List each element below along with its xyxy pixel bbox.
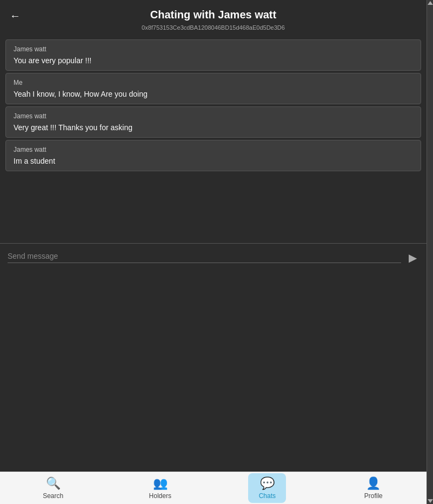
scrollbar-down-arrow[interactable]: [428, 499, 433, 503]
message-bubble: James wattIm a student: [5, 140, 421, 171]
send-message-input[interactable]: [8, 252, 401, 263]
chat-title: Chating with James watt: [11, 9, 416, 21]
send-button[interactable]: ▶: [407, 249, 419, 266]
page-wrapper: ← Chating with James watt 0x8f753153Ce3c…: [0, 0, 433, 504]
message-bubble: MeYeah I know, I know, How Are you doing: [5, 73, 421, 104]
bottom-nav: 🔍Search👥Holders💬Chats👤Profile: [0, 472, 427, 504]
chat-filler: [0, 272, 427, 472]
profile-icon: 👤: [366, 476, 381, 490]
message-bubble: James wattVery great !!! Thanks you for …: [5, 106, 421, 138]
holders-label: Holders: [149, 492, 171, 500]
back-button[interactable]: ←: [5, 8, 25, 24]
message-sender: Me: [14, 79, 413, 86]
main-container: ← Chating with James watt 0x8f753153Ce3c…: [0, 0, 427, 504]
message-sender: James watt: [14, 45, 413, 53]
nav-item-chats[interactable]: 💬Chats: [248, 473, 286, 503]
search-icon: 🔍: [46, 476, 61, 490]
message-text: Yeah I know, I know, How Are you doing: [14, 90, 413, 98]
message-text: Im a student: [14, 157, 413, 165]
message-text: Very great !!! Thanks you for asking: [14, 123, 413, 132]
message-text: You are very popular !!!: [14, 56, 413, 65]
header: ← Chating with James watt 0x8f753153Ce3c…: [0, 0, 427, 36]
message-bubble: James wattYou are very popular !!!: [5, 39, 421, 71]
chats-icon: 💬: [260, 476, 275, 490]
nav-item-profile[interactable]: 👤Profile: [355, 473, 392, 503]
messages-area: James wattYou are very popular !!!MeYeah…: [0, 36, 427, 243]
message-sender: James watt: [14, 112, 413, 120]
nav-item-search[interactable]: 🔍Search: [34, 473, 72, 503]
search-label: Search: [43, 492, 63, 500]
holders-icon: 👥: [153, 476, 168, 490]
profile-label: Profile: [364, 492, 383, 500]
message-sender: James watt: [14, 146, 413, 153]
page-scrollbar: [427, 0, 433, 504]
scrollbar-up-arrow[interactable]: [428, 1, 433, 5]
chats-label: Chats: [259, 492, 276, 500]
nav-item-holders[interactable]: 👥Holders: [141, 473, 180, 503]
send-area: ▶: [0, 243, 427, 272]
chat-address: 0x8f753153Ce3cdBA1208046BD15d468aE0d5De3…: [11, 24, 416, 31]
